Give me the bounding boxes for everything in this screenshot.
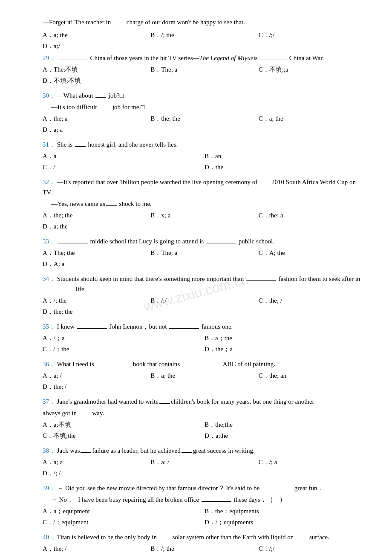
q33-number: 33．	[43, 238, 55, 245]
q40-text: Titan is believed to be the only body in…	[57, 534, 329, 541]
q36-options: A．a; / B．a; the C．the; an D．the; /	[43, 370, 366, 392]
q32-options: A．the; the B．x; a C．the; a D．a; the	[43, 210, 366, 232]
q38-options: A．a; a B．a; / C．/; a D．/; /	[43, 457, 366, 479]
intro-line: ---Forget it! The teacher in charge of o…	[43, 17, 366, 27]
q39-options: A．a；equipment B．the；equipments C．/；equip…	[43, 506, 366, 528]
q38-number: 38．	[43, 447, 55, 454]
q36-text: What I need is book that contains ABC of…	[57, 361, 275, 367]
question-32: 32． —It's reported that over 1billion pe…	[43, 177, 366, 232]
q33-options: A．The; the B．The; a C．A; the D．A; a	[43, 248, 366, 269]
q33-text: middle school that Lucy is going to atte…	[57, 238, 274, 245]
q34-text: Students should keep in mind that there'…	[43, 275, 360, 292]
question-39: 39． － Did you see the new movie directed…	[43, 483, 366, 528]
q30-number: 30．	[43, 92, 55, 99]
question-40: 40． Titan is believed to be the only bod…	[43, 532, 366, 555]
q39-number: 39．	[43, 485, 55, 491]
q38-text: Jack wasfailure as a leader, but he achi…	[57, 447, 255, 454]
question-38: 38． Jack wasfailure as a leader, but he …	[43, 445, 366, 479]
q37-number: 37．	[43, 398, 55, 405]
q37-text: Jane's grandmother had wanted to writech…	[57, 398, 314, 405]
q30-dialog1: —What about job?□	[57, 92, 124, 99]
q35-number: 35．	[43, 323, 55, 330]
q29-text: China of those years in the hit TV serie…	[57, 55, 324, 61]
q31-options: A．a B．an C．/ D．the	[43, 151, 366, 173]
q37-text2: always got in way.	[43, 408, 366, 418]
question-31: 31． She is honest girl, and she never te…	[43, 139, 366, 173]
q30-dialog2: —It's too difficult job for me.□	[51, 104, 144, 110]
question-33: 33． middle school that Lucy is going to …	[43, 236, 366, 269]
q40-options: A．the; / B．/; the C．/;/ D．the; the	[43, 543, 366, 555]
q35-options: A．/；a B．a；the C．/；the D．the；a	[43, 333, 366, 355]
q32-dialog2: —Yes, news came as shock to me.	[51, 200, 152, 207]
q30-options: A．the; a B．the; the C．a; the D．a; a	[43, 113, 366, 135]
q39-dialog2: － No． I have been busy repairing all the…	[43, 494, 366, 505]
question-37: 37． Jane's grandmother had wanted to wri…	[43, 396, 366, 441]
intro-options: A．a; the B．/; the C．/;/ D．a;/	[43, 30, 366, 52]
q39-dialog1: － Did you see the new movie directed by …	[57, 485, 324, 491]
q29-number: 29．	[43, 55, 55, 61]
q32-number: 32．	[43, 179, 55, 185]
q31-text: She is honest girl, and she never tells …	[57, 141, 178, 148]
q40-number: 40．	[43, 534, 55, 541]
q34-number: 34．	[43, 275, 55, 282]
q35-text: I knew John Lennon，but not famous one.	[57, 323, 233, 330]
question-29: 29． China of those years in the hit TV s…	[43, 53, 366, 86]
q32-dialog1: —It's reported that over 1billion people…	[43, 179, 356, 196]
question-34: 34． Students should keep in mind that th…	[43, 274, 366, 317]
q29-options: A．The:不填 B．The; a C．不填;;a D．不填;不填	[43, 64, 366, 86]
q34-options: A．/; the B．/;/ C．the; / D．the; the	[43, 295, 366, 317]
q37-options: A．a;不填 B．the;the C．不填;the D．a;the	[43, 419, 366, 441]
question-35: 35． I knew John Lennon，but not famous on…	[43, 321, 366, 355]
q36-number: 36．	[43, 361, 55, 367]
question-30: 30． —What about job?□ —It's too difficul…	[43, 90, 366, 135]
question-36: 36． What I need is book that contains AB…	[43, 359, 366, 392]
q31-number: 31．	[43, 141, 55, 148]
